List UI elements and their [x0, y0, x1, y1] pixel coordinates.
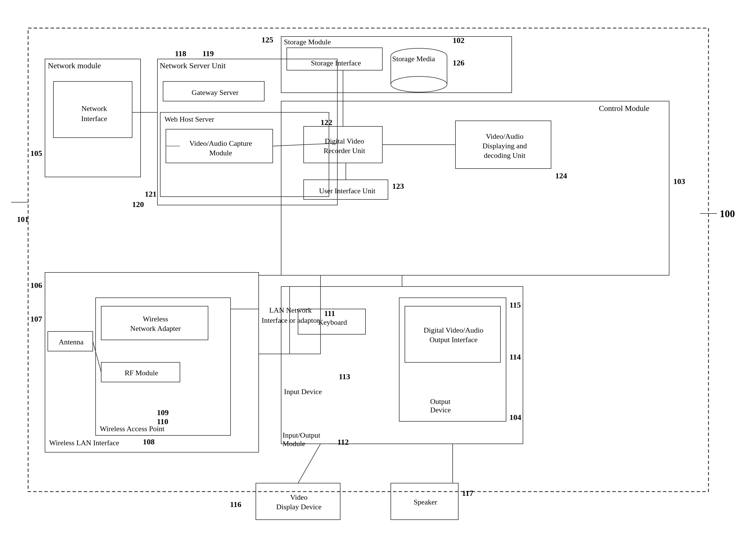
input-device-label: Input Device	[284, 388, 322, 396]
ref-119: 119	[202, 49, 214, 58]
diagram-container: Storage Module Storage Interface Storage…	[11, 11, 742, 537]
ref-124: 124	[555, 171, 567, 180]
output-device-label: OutputDevice	[430, 397, 451, 414]
ref-107: 107	[30, 314, 42, 323]
ref-106: 106	[30, 281, 42, 290]
ref-100: 100	[720, 208, 735, 220]
ref-108: 108	[143, 437, 155, 446]
ref-109: 109	[157, 408, 169, 417]
keyboard-text: Keyboard	[299, 310, 366, 335]
ui-unit-text: User Interface Unit	[305, 181, 389, 201]
storage-interface-text: Storage Interface	[288, 52, 384, 74]
ref-126: 126	[453, 58, 464, 67]
network-module-label: Network module	[48, 61, 101, 70]
dvr-unit-text: Digital VideoRecorder Unit	[305, 128, 384, 164]
video-display-text: VideoDisplay Device	[257, 484, 341, 520]
ref-123: 123	[392, 182, 404, 191]
antenna-text: Antenna	[49, 332, 94, 352]
gateway-server-text: Gateway Server	[164, 83, 266, 103]
web-host-label: Web Host Server	[164, 115, 214, 124]
ref-116: 116	[230, 500, 241, 509]
svg-point-14	[391, 76, 447, 92]
ref-118: 118	[175, 49, 186, 58]
ref-102: 102	[453, 36, 464, 45]
wireless-lan-label: Wireless LAN Interface	[49, 439, 119, 447]
ref-112: 112	[337, 438, 349, 447]
wireless-ap-label: Wireless Access Point	[100, 425, 164, 433]
ref-114: 114	[509, 352, 521, 361]
wireless-na-text: WirelessNetwork Adapter	[102, 307, 209, 341]
ref-110: 110	[157, 417, 168, 426]
svg-line-40	[93, 341, 101, 372]
digital-video-audio-text: Digital Video/AudioOutput Interface	[406, 307, 501, 363]
video-audio-capture-text: Video/Audio CaptureModule	[167, 132, 274, 165]
network-server-label: Network Server Unit	[160, 61, 226, 70]
network-interface-text: NetworkInterface	[55, 86, 134, 142]
speaker-text: Speaker	[392, 484, 459, 520]
vad-unit-text: Video/AudioDisplaying anddecoding Unit	[457, 122, 552, 170]
ref-113: 113	[339, 372, 350, 381]
control-module-label: Control Module	[599, 104, 649, 113]
ref-105: 105	[30, 149, 42, 158]
ref-117: 117	[462, 489, 473, 498]
ref-104: 104	[509, 413, 521, 422]
ref-101: 101	[17, 215, 29, 224]
storage-module-label: Storage Module	[284, 38, 331, 46]
ref-122: 122	[321, 118, 332, 127]
storage-media-text: Storage Media	[392, 55, 435, 63]
ref-125: 125	[261, 35, 273, 44]
svg-line-35	[273, 145, 304, 146]
ref-121: 121	[145, 190, 157, 199]
rf-module-text: RF Module	[102, 363, 181, 383]
ref-115: 115	[509, 300, 521, 309]
ref-120: 120	[132, 200, 144, 209]
io-module-label: Input/OutputModule	[283, 431, 320, 448]
ref-103: 103	[673, 177, 685, 186]
svg-line-43	[298, 444, 321, 483]
